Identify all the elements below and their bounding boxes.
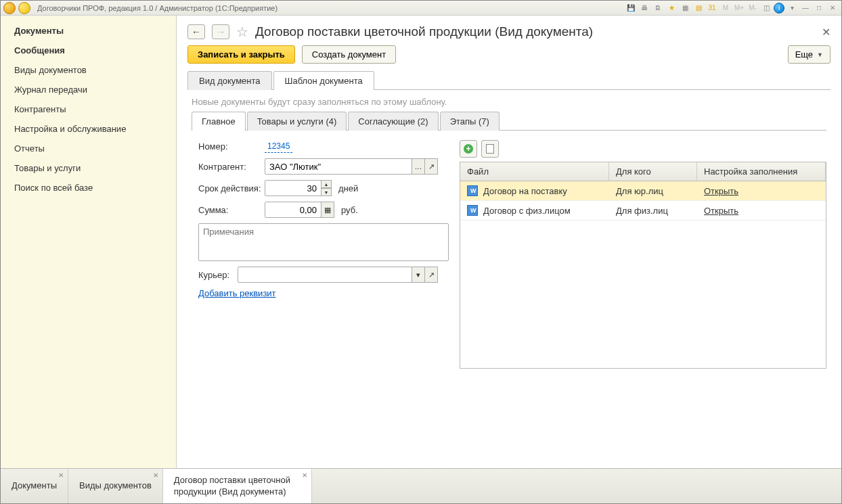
close-tab-icon[interactable]: ✕: [153, 472, 158, 479]
tb-info-dropdown-icon[interactable]: ▾: [786, 3, 798, 14]
sum-unit: руб.: [341, 205, 358, 215]
bottom-tabs: Документы ✕ Виды документов ✕ Договор по…: [1, 468, 841, 503]
add-file-button[interactable]: +: [460, 140, 477, 158]
nav-forward-button[interactable]: →: [212, 24, 229, 39]
bottom-tab-doc-types[interactable]: Виды документов ✕: [68, 469, 163, 503]
grid-for-value: Для юр.лиц: [609, 182, 697, 200]
minimize-icon[interactable]: —: [799, 3, 812, 14]
sidebar-item-reports[interactable]: Отчеты: [1, 139, 176, 158]
term-label: Срок действия:: [198, 183, 265, 193]
sidebar-item-settings[interactable]: Настройка и обслуживание: [1, 119, 176, 139]
word-doc-icon: [467, 185, 478, 196]
hint-text: Новые документы будут сразу заполняться …: [187, 90, 830, 111]
contragent-label: Контрагент:: [198, 162, 265, 172]
page-title: Договор поставки цветочной продукции (Ви…: [255, 24, 593, 39]
tb-m-icon[interactable]: M: [719, 3, 732, 14]
grid-row[interactable]: Договор с физ.лицом Для физ.лиц Открыть: [460, 201, 826, 221]
spinner-down-icon[interactable]: ▼: [321, 188, 332, 196]
tb-star-icon[interactable]: ★: [665, 3, 678, 14]
tab-stages[interactable]: Этапы (7): [440, 112, 500, 131]
courier-label: Курьер:: [198, 270, 238, 280]
grid-file-name: Договор на поставку: [483, 186, 567, 196]
calculator-icon[interactable]: ▦: [321, 202, 334, 218]
more-button[interactable]: Еще ▼: [788, 45, 830, 64]
open-link[interactable]: Открыть: [704, 206, 738, 216]
bottom-tab-documents[interactable]: Документы ✕: [1, 469, 68, 503]
tab-approvers[interactable]: Согласующие (2): [348, 112, 438, 131]
window-title: Договорчики ПРОФ, редакция 1.0 / Админис…: [37, 4, 278, 12]
sidebar-item-goods[interactable]: Товары и услуги: [1, 158, 176, 178]
file-grid: Файл Для кого Настройка заполнения Догов…: [460, 162, 826, 369]
save-close-button[interactable]: Записать и закрыть: [187, 45, 295, 64]
close-page-icon[interactable]: ✕: [822, 26, 830, 39]
tab-document-type[interactable]: Вид документа: [187, 71, 272, 90]
open-button[interactable]: ↗: [424, 158, 438, 175]
sidebar-item-contragents[interactable]: Контрагенты: [1, 99, 176, 119]
tb-panels-icon[interactable]: ◫: [760, 3, 772, 14]
sum-input[interactable]: [265, 202, 322, 218]
grid-row[interactable]: Договор на поставку Для юр.лиц Открыть: [460, 181, 826, 201]
term-unit: дней: [338, 183, 358, 193]
close-tab-icon[interactable]: ✕: [302, 472, 307, 479]
sidebar-item-search[interactable]: Поиск по всей базе: [1, 178, 176, 198]
grid-header-open[interactable]: Настройка заполнения: [697, 162, 826, 181]
tb-mplus-icon[interactable]: M+: [733, 3, 745, 14]
nav-back-button[interactable]: ←: [187, 24, 205, 39]
maximize-icon[interactable]: □: [813, 3, 825, 14]
open-link[interactable]: Открыть: [704, 186, 738, 196]
bottom-tab-current[interactable]: Договор поставки цветочной продукции (Ви…: [163, 469, 312, 503]
grid-header-for[interactable]: Для кого: [609, 162, 697, 181]
sum-label: Сумма:: [198, 205, 265, 215]
plus-icon: +: [464, 144, 473, 154]
word-doc-icon: [467, 205, 478, 216]
sidebar-item-transfer-log[interactable]: Журнал передачи: [1, 80, 176, 99]
tb-info-icon[interactable]: i: [774, 3, 784, 14]
close-tab-icon[interactable]: ✕: [58, 472, 64, 479]
tb-calc-icon[interactable]: ▤: [692, 3, 705, 14]
term-input[interactable]: [265, 180, 322, 196]
file-button[interactable]: [481, 140, 499, 158]
number-label: Номер:: [198, 141, 265, 152]
tab-document-template[interactable]: Шаблон документа: [273, 71, 374, 90]
tb-print-icon[interactable]: 🖶: [638, 3, 650, 14]
app-icon: [3, 2, 16, 14]
tb-mminus-icon[interactable]: M-: [747, 3, 759, 14]
create-document-button[interactable]: Создать документ: [302, 45, 396, 64]
courier-input[interactable]: [238, 267, 412, 283]
number-value[interactable]: 12345: [265, 140, 292, 153]
courier-dropdown-icon[interactable]: ▾: [412, 267, 425, 283]
tb-preview-icon[interactable]: 🗎: [652, 3, 664, 14]
content-area: ← → ☆ Договор поставки цветочной продукц…: [177, 16, 841, 468]
sidebar-item-messages[interactable]: Сообщения: [1, 41, 176, 60]
tb-grid-icon[interactable]: ▦: [679, 3, 691, 14]
sidebar-item-doc-types[interactable]: Виды документов: [1, 60, 176, 80]
select-button[interactable]: …: [412, 158, 425, 175]
chevron-down-icon: ▼: [817, 51, 823, 58]
tb-save-icon[interactable]: 💾: [625, 3, 637, 14]
grid-for-value: Для физ.лиц: [609, 202, 697, 220]
sidebar-item-documents[interactable]: Документы: [1, 21, 176, 41]
file-icon: [486, 144, 494, 154]
contragent-input[interactable]: [265, 158, 412, 175]
add-requisite-link[interactable]: Добавить реквизит: [198, 288, 276, 298]
dropdown-icon[interactable]: [18, 2, 30, 14]
close-window-icon[interactable]: ✕: [826, 3, 839, 14]
titlebar: Договорчики ПРОФ, редакция 1.0 / Админис…: [1, 1, 841, 16]
grid-header-file[interactable]: Файл: [460, 162, 609, 181]
notes-textarea[interactable]: [198, 223, 449, 261]
form-left-panel: Номер: 12345 Контрагент: … ↗ Срок действ…: [198, 140, 449, 369]
tab-goods-services[interactable]: Товары и услуги (4): [247, 112, 347, 131]
courier-open-icon[interactable]: ↗: [424, 267, 438, 283]
form-right-panel: + Файл Для кого Настройка заполнения: [460, 140, 826, 369]
sidebar: Документы Сообщения Виды документов Журн…: [1, 16, 177, 468]
grid-header: Файл Для кого Настройка заполнения: [460, 162, 826, 181]
app-window: Договорчики ПРОФ, редакция 1.0 / Админис…: [0, 0, 842, 504]
grid-file-name: Договор с физ.лицом: [483, 206, 571, 216]
tab-main[interactable]: Главное: [192, 112, 246, 131]
spinner-up-icon[interactable]: ▲: [321, 180, 332, 188]
favorite-star-icon[interactable]: ☆: [236, 24, 248, 40]
more-button-label: Еще: [795, 49, 813, 60]
tb-calendar-icon[interactable]: 31: [706, 3, 718, 14]
